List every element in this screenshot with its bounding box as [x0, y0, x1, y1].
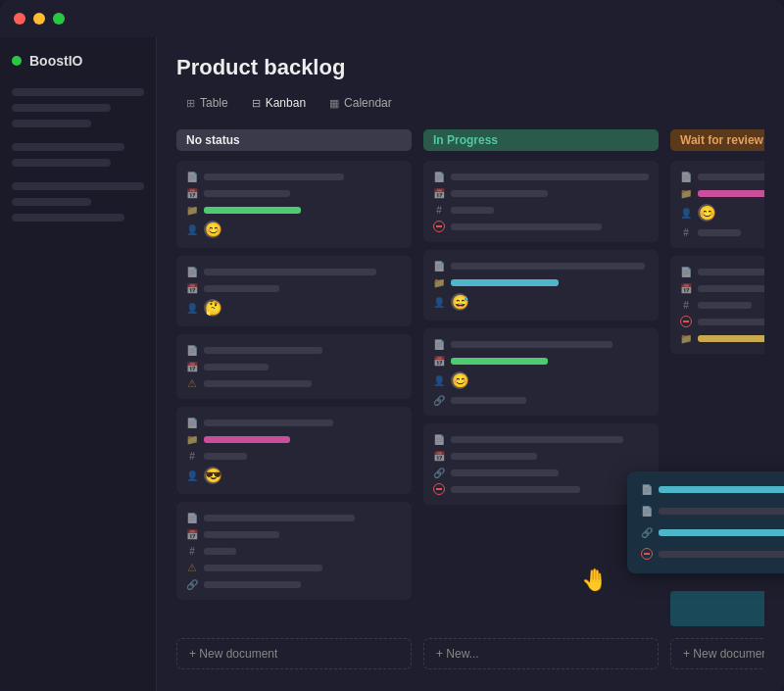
user-icon: 👤 [186, 469, 198, 481]
folder-icon: 📁 [433, 276, 445, 288]
minus-icon [433, 483, 445, 495]
tooltip-row[interactable]: 🔗 [635, 522, 784, 542]
calendar-icon: 📅 [186, 361, 198, 372]
doc-icon: 📄 [186, 344, 198, 356]
hash-icon: # [186, 450, 198, 462]
tooltip-bar [659, 508, 784, 515]
doc-icon: 📄 [186, 266, 198, 277]
card-bar [698, 319, 764, 325]
card[interactable]: 📄 📁 👤 😅 [423, 250, 659, 321]
card-row: 📁 [186, 204, 402, 216]
column-wait-review: Wait for review 📄 📁 [670, 129, 764, 669]
card-bar [204, 347, 322, 354]
tooltip-row[interactable] [635, 544, 784, 564]
cards-scroll-in-progress[interactable]: 📄 📅 # [423, 161, 659, 634]
tab-table-label: Table [200, 96, 228, 110]
doc-icon: 📄 [433, 171, 445, 182]
card[interactable]: 📄 📅 🔗 [423, 423, 659, 505]
sidebar-item[interactable] [12, 214, 124, 222]
card[interactable]: 📄 📅 ⚠ [176, 334, 412, 399]
maximize-button[interactable] [53, 13, 65, 25]
sidebar-item[interactable] [12, 104, 111, 112]
avatar: 😊 [451, 371, 468, 389]
card-bar [204, 285, 279, 292]
card-bar [204, 515, 355, 521]
calendar-icon: 📅 [186, 528, 198, 540]
card-row: 📄 [186, 266, 402, 277]
folder-icon: 📁 [680, 332, 692, 344]
calendar-icon: 📅 [433, 450, 445, 462]
card-bar [204, 436, 290, 443]
link-icon: 🔗 [641, 526, 653, 538]
card-bar [451, 223, 602, 230]
sidebar-item[interactable] [12, 159, 111, 167]
card[interactable]: 📄 📅 # [423, 161, 659, 242]
tooltip-row[interactable]: 📄 [635, 501, 784, 520]
sidebar-item[interactable] [12, 198, 91, 206]
card-bar [451, 436, 623, 443]
card-row: 👤 😅 [433, 293, 649, 311]
card-bar [204, 380, 312, 387]
card-row: 📄 [433, 171, 649, 182]
card-row: 📅 [433, 450, 649, 462]
card-row: ⚠ [186, 377, 402, 389]
card-bar [451, 358, 548, 365]
cards-scroll-no-status[interactable]: 📄 📅 📁 👤 [176, 161, 412, 634]
card-row: 👤 😊 [186, 221, 402, 238]
column-header-wait-review: Wait for review [670, 129, 764, 151]
card[interactable]: 📄 📁 # 👤 [176, 407, 412, 494]
card-bar [451, 469, 559, 476]
card-bar [698, 229, 741, 236]
column-in-progress: In Progress 📄 📅 # [423, 129, 659, 669]
close-button[interactable] [14, 13, 25, 25]
card-bar [204, 420, 333, 426]
new-document-button-in-progress[interactable]: + New... [423, 638, 659, 669]
card[interactable]: 📄 📅 👤 😊 [423, 328, 659, 416]
folder-icon: 📁 [680, 187, 692, 199]
card-bar [451, 173, 649, 180]
card-row: 📅 [186, 187, 402, 199]
doc-icon: 📄 [641, 505, 653, 517]
minimize-button[interactable] [33, 13, 45, 25]
card-bar [204, 581, 301, 588]
card-bar [451, 190, 548, 197]
card-bar [204, 531, 279, 538]
sidebar-item[interactable] [12, 143, 124, 151]
tab-kanban[interactable]: ⊟ Kanban [242, 92, 316, 114]
tab-table[interactable]: ⊞ Table [176, 92, 238, 114]
doc-icon: 📄 [433, 260, 445, 271]
hash-icon: # [186, 545, 198, 557]
card-row: 📅 [186, 282, 402, 294]
card[interactable]: 📄 📅 # [670, 256, 764, 354]
card-bar [698, 285, 764, 292]
calendar-icon: ▦ [329, 97, 339, 110]
new-document-button-wait-review[interactable]: + New document [670, 638, 764, 669]
card-row: 📄 [186, 344, 402, 356]
card[interactable]: 📄 📅 📁 👤 [176, 161, 412, 248]
card-bar [698, 173, 764, 180]
tooltip-row[interactable]: 📄 [635, 479, 784, 499]
sidebar-section-3 [12, 182, 144, 222]
doc-icon: 📄 [433, 338, 445, 350]
card-row: # [680, 226, 764, 238]
card[interactable]: 📄 📁 👤 😊 [670, 161, 764, 248]
tab-calendar[interactable]: ▦ Calendar [319, 92, 402, 114]
card-row: 📅 [186, 361, 402, 372]
sidebar-item[interactable] [12, 182, 144, 190]
hash-icon: # [680, 226, 692, 238]
card[interactable]: 📄 📅 # ⚠ [176, 502, 412, 600]
sidebar-item[interactable] [12, 88, 144, 96]
main-content: Product backlog ⊞ Table ⊟ Kanban ▦ Calen… [157, 37, 784, 691]
card-bar [698, 269, 764, 275]
sidebar-section-1 [12, 88, 144, 127]
cursor-hand: 🤚 [581, 568, 608, 593]
sidebar-item[interactable] [12, 120, 91, 127]
card-bar [451, 397, 526, 404]
card-bar [204, 207, 301, 214]
card-row: 🔗 [186, 578, 402, 590]
logo-icon [12, 56, 22, 66]
card-row [680, 316, 764, 327]
new-document-button[interactable]: + New document [176, 638, 412, 669]
avatar: 😊 [204, 221, 221, 238]
card[interactable]: 📄 📅 👤 🤔 [176, 256, 412, 326]
